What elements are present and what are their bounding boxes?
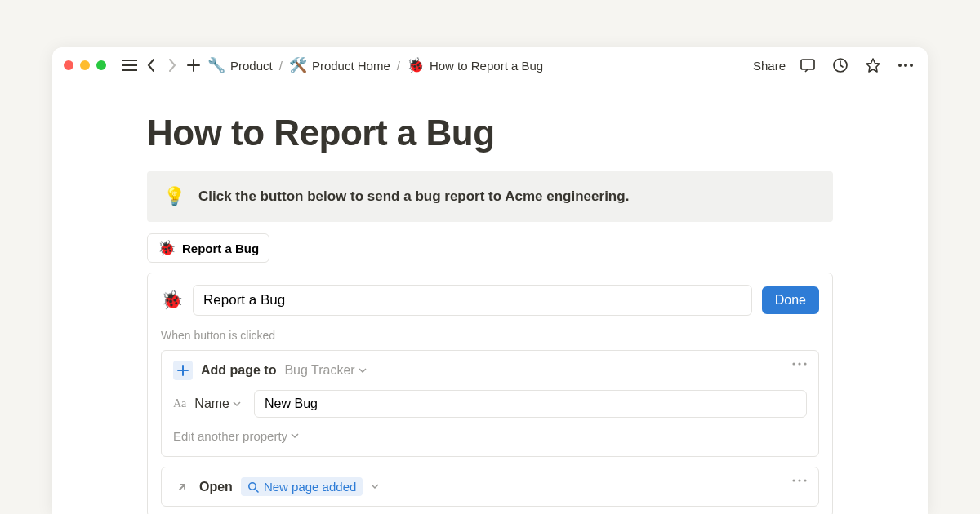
- callout-block: 💡 Click the button below to send a bug r…: [147, 171, 833, 222]
- maximize-window-icon[interactable]: [96, 60, 106, 70]
- property-name-select[interactable]: Name: [194, 397, 241, 411]
- step-more-icon[interactable]: [792, 362, 807, 366]
- topbar-actions: Share: [753, 55, 916, 76]
- breadcrumb-label: Product: [230, 59, 273, 73]
- property-row-name: Aa Name: [173, 390, 807, 418]
- more-icon[interactable]: [895, 55, 916, 76]
- step-more-icon[interactable]: [792, 479, 807, 482]
- svg-point-8: [792, 479, 795, 481]
- target-database-select[interactable]: Bug Tracker: [284, 363, 366, 378]
- breadcrumb-label: How to Report a Bug: [430, 59, 543, 73]
- nav-forward-icon[interactable]: [162, 55, 183, 76]
- minimize-window-icon[interactable]: [80, 60, 90, 70]
- breadcrumb-item-product-home[interactable]: 🛠️ Product Home: [289, 56, 390, 74]
- edit-another-property[interactable]: Edit another property: [173, 428, 807, 446]
- page-reference-pill[interactable]: New page added: [241, 477, 363, 496]
- step-add-page: Add page to Bug Tracker Aa Name Edit an: [161, 350, 819, 457]
- bug-icon[interactable]: 🐞: [161, 290, 183, 311]
- nav-back-icon[interactable]: [140, 55, 162, 76]
- done-button[interactable]: Done: [762, 286, 819, 314]
- svg-point-3: [904, 64, 907, 67]
- svg-point-2: [898, 64, 902, 67]
- app-window: 🔧 Product / 🛠️ Product Home / 🐞 How to R…: [52, 47, 928, 514]
- svg-point-6: [798, 362, 800, 365]
- open-arrow-icon: [173, 478, 191, 496]
- search-icon: [247, 481, 259, 493]
- breadcrumb-item-current[interactable]: 🐞 How to Report a Bug: [407, 56, 543, 74]
- chevron-down-icon: [291, 433, 299, 439]
- breadcrumb-separator: /: [279, 59, 283, 73]
- svg-rect-0: [801, 60, 814, 69]
- breadcrumb-separator: /: [397, 59, 400, 73]
- breadcrumb-item-product[interactable]: 🔧 Product: [207, 56, 273, 74]
- button-label: Report a Bug: [182, 241, 259, 255]
- close-window-icon[interactable]: [64, 60, 74, 70]
- svg-point-4: [910, 64, 913, 67]
- chevron-down-icon[interactable]: [371, 484, 379, 490]
- window-controls: [64, 60, 106, 70]
- bug-icon: 🐞: [158, 239, 176, 257]
- breadcrumb-label: Product Home: [312, 59, 390, 73]
- chevron-down-icon: [233, 401, 241, 407]
- svg-point-11: [249, 482, 256, 489]
- comments-icon[interactable]: [797, 55, 818, 76]
- chevron-down-icon: [359, 368, 367, 374]
- new-page-icon[interactable]: [183, 55, 204, 76]
- property-value-input[interactable]: [254, 390, 807, 418]
- svg-point-5: [792, 362, 795, 365]
- svg-point-10: [804, 479, 806, 481]
- callout-text: Click the button below to send a bug rep…: [198, 188, 629, 205]
- step-title: Add page to: [201, 363, 276, 378]
- svg-point-9: [798, 479, 800, 481]
- tools-icon: 🛠️: [289, 56, 307, 74]
- report-bug-button[interactable]: 🐞 Report a Bug: [147, 233, 270, 263]
- svg-point-7: [804, 362, 806, 365]
- wrench-icon: 🔧: [207, 56, 225, 74]
- text-property-icon: Aa: [173, 397, 186, 410]
- bug-icon: 🐞: [407, 56, 425, 74]
- button-name-input[interactable]: [193, 285, 752, 316]
- plus-icon: [173, 361, 193, 380]
- menu-icon[interactable]: [119, 55, 140, 76]
- button-editor-panel: 🐞 Done When button is clicked Add page t…: [147, 273, 833, 514]
- page-title: How to Report a Bug: [147, 113, 833, 153]
- favorite-icon[interactable]: [862, 55, 884, 76]
- when-clicked-label: When button is clicked: [161, 329, 819, 342]
- editor-header: 🐞 Done: [161, 285, 819, 316]
- breadcrumb: 🔧 Product / 🛠️ Product Home / 🐞 How to R…: [207, 56, 543, 74]
- updates-icon[interactable]: [830, 55, 851, 76]
- page-content: How to Report a Bug 💡 Click the button b…: [52, 83, 928, 514]
- lightbulb-icon: 💡: [163, 186, 185, 207]
- step-open-page: Open New page added: [161, 467, 819, 507]
- topbar: 🔧 Product / 🛠️ Product Home / 🐞 How to R…: [52, 47, 928, 83]
- step-title: Open: [199, 480, 233, 494]
- share-button[interactable]: Share: [753, 59, 786, 73]
